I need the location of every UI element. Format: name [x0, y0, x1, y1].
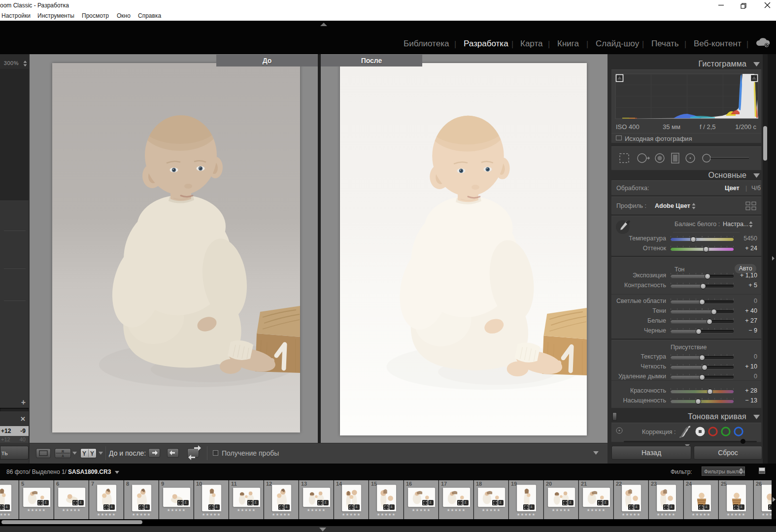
svg-text:Y: Y: [82, 450, 86, 457]
svg-text:A: A: [62, 454, 64, 458]
svg-text:R: R: [62, 450, 64, 453]
svg-text:Y: Y: [90, 450, 94, 457]
